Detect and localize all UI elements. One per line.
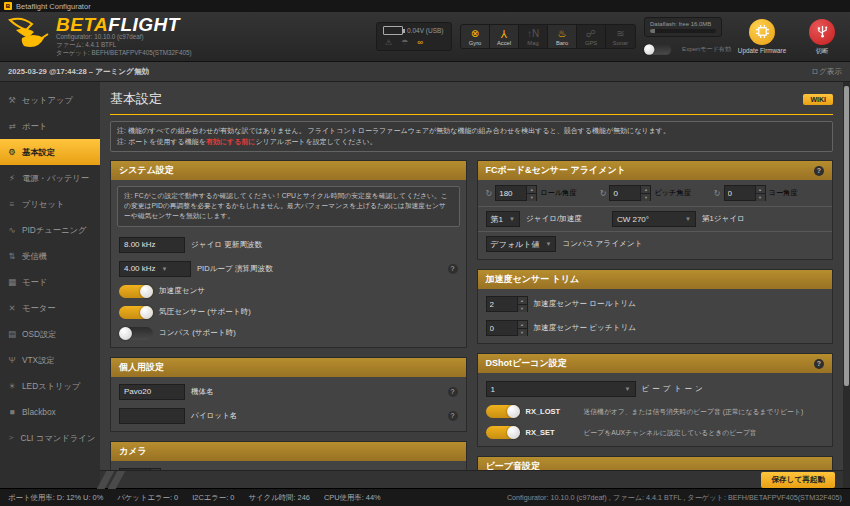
window-title: Betaflight Configurator xyxy=(16,2,91,11)
dshot-beacon-section: DShotビーコン設定? 1▼ ビープトーン RX_LOST 送信機がオフ、また… xyxy=(477,353,834,447)
stepper-up[interactable]: ▲ xyxy=(641,186,650,194)
sensor-gyro-label: Gyro xyxy=(461,40,489,46)
tuning-icon: ∿ xyxy=(7,225,17,235)
warning-icon: ⚠ xyxy=(385,38,392,47)
help-icon[interactable]: ? xyxy=(448,411,458,421)
save-reboot-button[interactable]: 保存して再起動 xyxy=(761,472,835,488)
scrollbar-thumb[interactable] xyxy=(844,86,849,386)
gps-icon: ☍ xyxy=(577,28,605,39)
mag-icon: ↑N xyxy=(519,28,547,39)
camera-section: カメラ ▲▼ FPVカメラ角 [degrees] xyxy=(110,441,467,470)
personalization-section: 個人用設定 機体名 ? パイロット名 ? xyxy=(110,357,467,432)
update-firmware-button[interactable]: Update Firmware xyxy=(730,19,794,55)
sidebar-item-led-strip[interactable]: ☀LEDストリップ xyxy=(0,373,100,399)
gyro-frequency-field[interactable] xyxy=(119,237,185,253)
pitch-degrees-stepper[interactable]: ▲▼ xyxy=(609,185,651,201)
stepper-up[interactable]: ▲ xyxy=(527,186,536,194)
accel-pitch-trim-label: 加速度センサー ピッチトリム xyxy=(534,323,636,333)
sidebar-item-label: OSD設定 xyxy=(22,329,57,340)
yaw-degrees-stepper[interactable]: ▲▼ xyxy=(724,185,766,201)
stepper-down[interactable]: ▼ xyxy=(527,194,536,201)
betaflight-footer-mark xyxy=(94,471,128,489)
dataflash-box: Dataflash: free 16.0MB xyxy=(644,17,722,37)
sidebar-item-pid-tuning[interactable]: ∿PIDチューニング xyxy=(0,217,100,243)
accelerometer-toggle[interactable] xyxy=(119,285,153,298)
stepper-down[interactable]: ▼ xyxy=(641,194,650,201)
pilot-name-field[interactable] xyxy=(119,408,185,424)
page-note: 注: 機能のすべての組み合わせが有効な訳ではありません。 フライトコントローラフ… xyxy=(110,121,833,152)
sidebar-item-label: 基本設定 xyxy=(22,147,55,158)
show-log-link[interactable]: ログ表示 xyxy=(811,67,842,77)
gyro-frequency-label: ジャイロ 更新周波数 xyxy=(191,240,262,250)
dshot-rx-lost-desc: 送信機がオフ、または信号消失時のビープ音 (正常になるまでリピート) xyxy=(584,407,804,417)
craft-name-label: 機体名 xyxy=(191,387,214,397)
stepper-down[interactable]: ▼ xyxy=(518,305,527,312)
sidebar-item-vtx[interactable]: ΨVTX設定 xyxy=(0,347,100,373)
sidebar-item-cli[interactable]: ＞CLI コマンドライン xyxy=(0,425,100,451)
gyro-accel-select[interactable]: 第1▼ xyxy=(486,211,520,227)
firmware-version: ファーム: 4.4.1 BTFL xyxy=(56,41,192,49)
accel-roll-trim-stepper[interactable]: ▲▼ xyxy=(486,296,528,312)
stepper-down[interactable]: ▼ xyxy=(756,194,765,201)
compass-alignment-select[interactable]: デフォルト値▼ xyxy=(486,236,557,252)
help-icon[interactable]: ? xyxy=(448,387,458,397)
sidebar-item-label: LEDストリップ xyxy=(22,381,81,392)
accel-pitch-trim-stepper[interactable]: ▲▼ xyxy=(486,320,528,336)
page-title: 基本設定 xyxy=(110,90,162,108)
roll-degrees-stepper[interactable]: ▲▼ xyxy=(495,185,537,201)
cpu-chip-icon xyxy=(756,25,769,38)
dshot-rx-lost-toggle[interactable] xyxy=(486,405,520,418)
logo-block: BETAFLIGHT Configurator: 10.10.0 (c97dea… xyxy=(8,16,338,57)
gear-icon: ⚙ xyxy=(7,147,17,157)
stepper-down[interactable]: ▼ xyxy=(518,329,527,336)
sensor-sonar: ≋ Sonar xyxy=(606,25,635,48)
sidebar-item-blackbox[interactable]: ■Blackbox xyxy=(0,399,100,425)
compass-toggle[interactable] xyxy=(119,327,153,340)
dataflash-progress xyxy=(650,29,716,33)
help-icon[interactable]: ? xyxy=(814,359,824,369)
log-message: 2025-03-29 @17:44:28 – アーミング無効 xyxy=(8,67,149,77)
barometer-toggle-label: 気圧センサー (サポート時) xyxy=(159,307,251,317)
stepper-up[interactable]: ▲ xyxy=(518,297,527,305)
beacon-tone-select[interactable]: 1▼ xyxy=(486,381,636,397)
app-header: BETAFLIGHT Configurator: 10.10.0 (c97dea… xyxy=(0,12,850,62)
first-gyro-select[interactable]: CW 270°▼ xyxy=(612,211,696,227)
system-configuration-section: システム設定 注: FCがこの設定で動作するか確認してください！CPUとサイクル… xyxy=(110,160,467,348)
chevron-down-icon: ▼ xyxy=(509,216,515,222)
sidebar-item-presets[interactable]: ≡プリセット xyxy=(0,191,100,217)
stepper-up[interactable]: ▲ xyxy=(518,321,527,329)
first-gyro-label: 第1ジャイロ xyxy=(702,214,745,224)
help-icon[interactable]: ? xyxy=(814,166,824,176)
roll-degrees-label: ロール角度 xyxy=(540,188,576,198)
sidebar-item-label: モード xyxy=(22,277,47,288)
cli-icon: ＞ xyxy=(7,432,16,444)
pid-loop-frequency-select[interactable]: 4.00 kHz▼ xyxy=(119,261,191,277)
modes-icon: ▦ xyxy=(7,277,17,287)
help-icon[interactable]: ? xyxy=(448,264,458,274)
accel-roll-trim-label: 加速度センサー ロールトリム xyxy=(534,299,636,309)
stepper-up[interactable]: ▲ xyxy=(756,186,765,194)
expert-mode-toggle[interactable] xyxy=(644,44,671,54)
sidebar-item-osd[interactable]: ▤OSD設定 xyxy=(0,321,100,347)
content-scrollbar[interactable] xyxy=(843,82,850,488)
sidebar-item-setup[interactable]: ⚒セットアップ xyxy=(0,87,100,113)
configuration-tab-content: 基本設定 WIKI 注: 機能のすべての組み合わせが有効な訳ではありません。 フ… xyxy=(100,82,843,470)
sidebar-item-label: Blackbox xyxy=(22,407,56,417)
pitch-axis-icon: ↻ xyxy=(600,189,607,198)
wiki-button[interactable]: WIKI xyxy=(803,94,833,105)
sensor-status-bar: ⊗ Gyro Y Accel ↑N Mag ♨ Baro ☍ GPS ≋ Son… xyxy=(460,24,636,49)
dshot-rx-set-toggle[interactable] xyxy=(486,426,520,439)
sidebar-item-receiver[interactable]: ⇅受信機 xyxy=(0,243,100,269)
sidebar-item-ports[interactable]: ⇄ポート xyxy=(0,113,100,139)
sidebar-item-motors[interactable]: ✕モーター xyxy=(0,295,100,321)
sidebar-item-modes[interactable]: ▦モード xyxy=(0,269,100,295)
pid-loop-frequency-label: PIDループ 演算周波数 xyxy=(197,264,273,274)
disconnect-button[interactable]: 切断 xyxy=(802,19,842,55)
sidebar-item-configuration[interactable]: ⚙基本設定 xyxy=(0,139,100,165)
sensor-mag: ↑N Mag xyxy=(519,25,548,48)
barometer-toggle[interactable] xyxy=(119,306,153,319)
page-note-line1: 注: 機能のすべての組み合わせが有効な訳ではありません。 フライトコントローラフ… xyxy=(117,126,826,137)
sidebar-item-power-battery[interactable]: ⚡電源・バッテリー xyxy=(0,165,100,191)
craft-name-field[interactable] xyxy=(119,384,185,400)
betaflight-bee-icon xyxy=(8,16,50,56)
